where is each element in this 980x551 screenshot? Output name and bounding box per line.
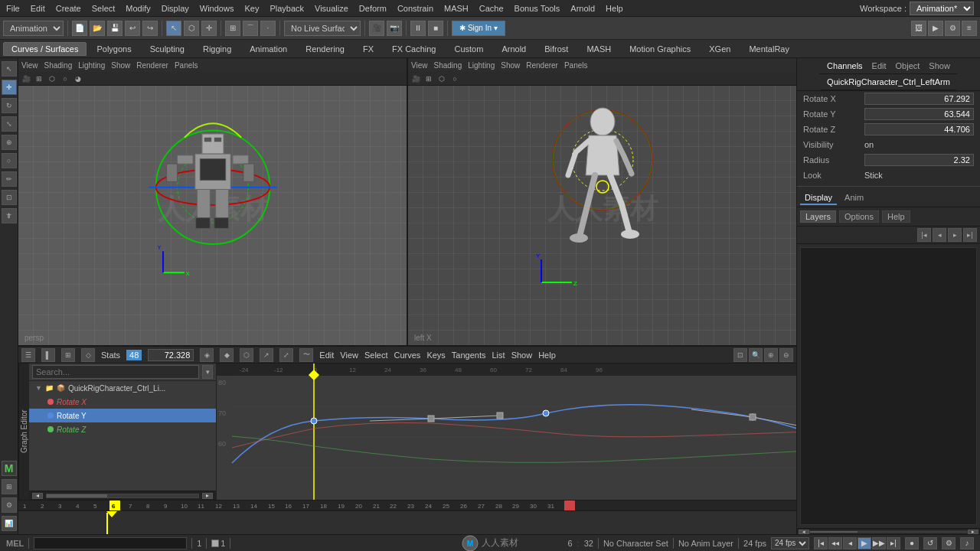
- panel-nav-next[interactable]: ▸: [948, 228, 962, 242]
- tool-graph[interactable]: 📊: [2, 516, 17, 531]
- render-icon[interactable]: 🖼: [911, 21, 926, 36]
- pb-step-back[interactable]: ◂◂: [828, 537, 842, 549]
- panel-nav-first[interactable]: |◂: [917, 228, 931, 242]
- tool-universal[interactable]: ⊕: [2, 135, 17, 150]
- snap-grid-icon[interactable]: ⊞: [225, 21, 240, 36]
- pb-step-fwd[interactable]: ▶▶: [872, 537, 886, 549]
- live-surface-dropdown[interactable]: No Live Surface: [284, 21, 361, 36]
- rp-tab-object[interactable]: Object: [891, 60, 925, 72]
- ge-key3-icon[interactable]: ◆: [220, 348, 234, 362]
- tree-scroll-right[interactable]: ▸: [202, 493, 213, 499]
- attr-radius-value[interactable]: [864, 154, 974, 166]
- vp-show-menu[interactable]: Show: [111, 61, 130, 70]
- menu-playback[interactable]: Playback: [270, 4, 304, 13]
- pb-loop[interactable]: ↺: [923, 537, 937, 549]
- panel-scroll-left[interactable]: ◂: [799, 530, 809, 534]
- snap-point-icon[interactable]: ·: [260, 21, 276, 36]
- ge-zoom-icon[interactable]: 🔍: [749, 348, 763, 362]
- vp-panels-menu[interactable]: Panels: [175, 61, 198, 70]
- rp-tab-edit[interactable]: Edit: [867, 60, 891, 72]
- menu-key[interactable]: Key: [244, 4, 259, 13]
- vp2-renderer-menu[interactable]: Renderer: [526, 61, 558, 70]
- tab-animation[interactable]: Animation: [241, 42, 296, 56]
- render3-icon[interactable]: ⚙: [945, 21, 960, 36]
- rp-anim-tab[interactable]: Anim: [840, 191, 868, 205]
- tab-fx-caching[interactable]: FX Caching: [384, 42, 444, 56]
- viewport-leftx[interactable]: View Shading Lighting Show Renderer Pane…: [408, 58, 796, 345]
- tab-mentalray[interactable]: MentalRay: [740, 42, 798, 56]
- panel-scroll-right[interactable]: ▸: [968, 530, 978, 534]
- ge-menu-list[interactable]: List: [492, 350, 505, 360]
- tab-mash[interactable]: MASH: [578, 42, 619, 56]
- rp-help-tab[interactable]: Help: [882, 210, 910, 223]
- tree-item-quickrig[interactable]: ▼ 📁 📦 QuickRigCharacter_Ctrl_Li...: [29, 381, 216, 395]
- ge-key-icon[interactable]: ◇: [81, 348, 95, 362]
- pb-settings[interactable]: ⚙: [942, 537, 956, 549]
- attr-rotate-z-value[interactable]: [864, 123, 974, 135]
- vp-shading-menu[interactable]: Shading: [44, 61, 73, 70]
- menu-select[interactable]: Select: [92, 4, 116, 13]
- ge-spline-icon[interactable]: 〜: [299, 348, 313, 362]
- menu-file[interactable]: File: [6, 4, 20, 13]
- menu-visualize[interactable]: Visualize: [315, 4, 348, 13]
- ge-menu-curves[interactable]: Curves: [394, 350, 421, 360]
- vp-camera-icon[interactable]: 🎥: [20, 73, 32, 85]
- vp-shadow-icon[interactable]: ◕: [72, 73, 84, 85]
- render4-icon[interactable]: ≡: [962, 21, 977, 36]
- tab-custom[interactable]: Custom: [446, 42, 492, 56]
- vp2-camera-icon[interactable]: 🎥: [410, 73, 422, 85]
- ge-menu-keys[interactable]: Keys: [426, 350, 445, 360]
- vp2-view-menu[interactable]: View: [411, 61, 428, 70]
- tab-motion-graphics[interactable]: Motion Graphics: [621, 42, 699, 56]
- ge-menu-help[interactable]: Help: [538, 350, 556, 360]
- menu-deform[interactable]: Deform: [359, 4, 387, 13]
- graph-search-input[interactable]: [32, 365, 199, 379]
- tool-scale[interactable]: ⤡: [2, 116, 17, 132]
- tree-scroll-left[interactable]: ◂: [32, 493, 43, 499]
- rp-options-tab[interactable]: Options: [839, 210, 879, 223]
- camera2-icon[interactable]: 📷: [387, 21, 402, 36]
- rp-tab-channels[interactable]: Channels: [822, 60, 867, 72]
- snap-curve-icon[interactable]: ⌒: [243, 21, 258, 36]
- render2-icon[interactable]: ▶: [928, 21, 943, 36]
- tab-sculpting[interactable]: Sculpting: [142, 42, 193, 56]
- tab-polygons[interactable]: Polygons: [88, 42, 139, 56]
- tab-bifrost[interactable]: Bifrost: [536, 42, 577, 56]
- vp-smooth-icon[interactable]: ○: [59, 73, 71, 85]
- menu-cache[interactable]: Cache: [479, 4, 504, 13]
- pb-go-start[interactable]: |◂: [814, 537, 828, 549]
- ge-menu-show[interactable]: Show: [511, 350, 533, 360]
- vp-wireframe-icon[interactable]: ⬡: [46, 73, 58, 85]
- tab-xgen[interactable]: XGen: [701, 42, 739, 56]
- tool-sculpt[interactable]: 🗡: [2, 208, 17, 223]
- menu-bonus[interactable]: Bonus Tools: [514, 4, 560, 13]
- vp-lighting-menu[interactable]: Lighting: [78, 61, 105, 70]
- mel-input[interactable]: [34, 537, 187, 549]
- move-tool-icon[interactable]: ✛: [201, 21, 217, 36]
- menu-create[interactable]: Create: [56, 4, 81, 13]
- rp-tab-show[interactable]: Show: [924, 60, 955, 72]
- pause-icon[interactable]: ⏸: [410, 21, 426, 36]
- ge-key2-icon[interactable]: ◈: [200, 348, 214, 362]
- pb-play-fwd[interactable]: ▶: [858, 537, 871, 549]
- tool-rotate[interactable]: ↻: [2, 98, 17, 113]
- menu-edit[interactable]: Edit: [31, 4, 45, 13]
- fps-dropdown[interactable]: 24 fps 30 fps: [771, 537, 809, 549]
- vp2-wireframe-icon[interactable]: ⬡: [436, 73, 448, 85]
- tab-curves-surfaces[interactable]: Curves / Surfaces: [3, 42, 87, 56]
- graph-search-dropdown[interactable]: ▾: [202, 365, 213, 379]
- tool-lasso[interactable]: ⊡: [2, 190, 17, 205]
- graph-canvas[interactable]: 80 70 60 -24 -12: [217, 364, 796, 500]
- tab-fx[interactable]: FX: [354, 42, 382, 56]
- menu-arnold[interactable]: Arnold: [570, 4, 595, 13]
- ge-tangent-icon[interactable]: ↗: [260, 348, 273, 362]
- tree-item-rotate-y[interactable]: Rotate Y: [29, 409, 216, 422]
- tool-m[interactable]: M: [2, 461, 17, 476]
- vp-renderer-menu[interactable]: Renderer: [136, 61, 168, 70]
- menu-modify[interactable]: Modify: [126, 4, 150, 13]
- tool-soft[interactable]: ○: [2, 153, 17, 168]
- pb-go-end[interactable]: ▸|: [887, 537, 900, 549]
- ge-bar-icon[interactable]: ▌: [41, 348, 55, 362]
- tree-item-rotate-z[interactable]: Rotate Z: [29, 422, 216, 436]
- tool-snap[interactable]: ⊞: [2, 479, 17, 494]
